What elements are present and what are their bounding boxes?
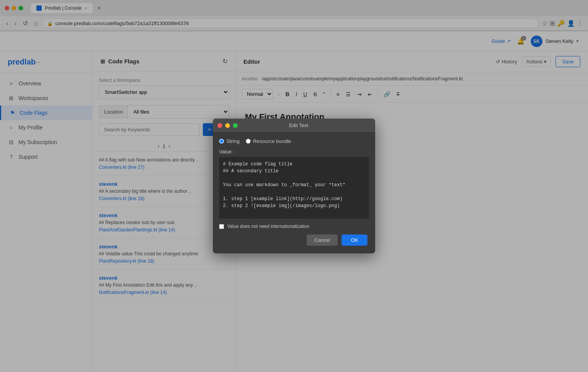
radio-string-text: String: [226, 138, 240, 144]
radio-bundle-label[interactable]: Resource bundle: [246, 138, 291, 144]
modal-overlay: Edit Text String Resource bundle Value: …: [0, 0, 588, 372]
radio-bundle-text: Resource bundle: [253, 138, 291, 144]
modal-maximize-dot[interactable]: [233, 123, 238, 128]
modal-body: String Resource bundle Value: # Example …: [213, 132, 375, 253]
checkbox-row: Value does not need internationalization: [219, 224, 369, 229]
ok-button[interactable]: OK: [342, 234, 367, 246]
modal-close-dot[interactable]: [218, 123, 222, 128]
modal-footer: Cancel OK: [219, 234, 369, 247]
modal-radio-group: String Resource bundle: [219, 138, 369, 144]
value-label: Value:: [219, 149, 369, 155]
modal-minimize-dot[interactable]: [225, 123, 230, 128]
modal-title: Edit Text: [241, 122, 357, 128]
radio-bundle-input[interactable]: [246, 139, 251, 144]
edit-text-modal: Edit Text String Resource bundle Value: …: [213, 119, 375, 253]
radio-string-input[interactable]: [219, 139, 224, 144]
internationalization-checkbox[interactable]: [219, 224, 224, 229]
modal-titlebar: Edit Text: [213, 119, 375, 132]
value-textarea[interactable]: # Example code flag title ## A secondary…: [219, 157, 369, 219]
checkbox-label: Value does not need internationalization: [227, 224, 309, 229]
cancel-button[interactable]: Cancel: [307, 234, 338, 246]
radio-string-label[interactable]: String: [219, 138, 240, 144]
